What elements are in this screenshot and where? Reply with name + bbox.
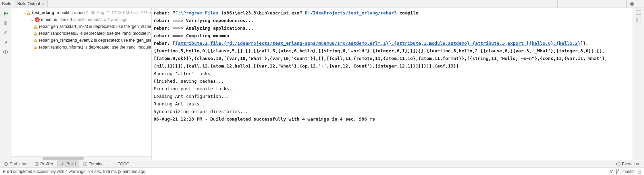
- left-toolbar: +: [0, 8, 11, 160]
- build-console[interactable]: rebar: "C:\Program Files (x86)\erl23.3\b…: [152, 8, 633, 160]
- layout-split-icon[interactable]: [636, 18, 641, 22]
- file-name: muumuu_fsm.erl: [41, 17, 72, 22]
- svg-point-1: [5, 51, 6, 53]
- svg-rect-6: [636, 18, 638, 22]
- file-warning-count: 4 warnings: [107, 17, 127, 22]
- warning-icon: [33, 31, 38, 36]
- rerun-icon[interactable]: [3, 11, 8, 16]
- close-icon[interactable]: ×: [42, 2, 44, 6]
- horizontal-scrollbar[interactable]: [11, 156, 151, 160]
- svg-text:!: !: [5, 163, 6, 166]
- tree-warning[interactable]: rebar: random:uniform/1 is deprecated; u…: [11, 44, 151, 51]
- stop-icon[interactable]: [3, 20, 8, 26]
- svg-text:+: +: [7, 50, 8, 52]
- file-path: apps\muumuu\src: [73, 17, 106, 22]
- eye-icon[interactable]: +: [3, 49, 8, 55]
- console-line: rebar: ===> Compiling muumuu: [154, 32, 631, 40]
- warning-text: rebar: gen_fsm:send_event/2 is deprecate…: [39, 38, 152, 43]
- build-header: Build: Build Output × —: [0, 0, 644, 8]
- bottom-toolbar: ! Problems Profiler Build Terminal TODO …: [0, 160, 644, 167]
- tab-terminal[interactable]: Terminal: [79, 160, 108, 167]
- warning-icon: [33, 38, 38, 43]
- svg-rect-0: [4, 21, 7, 25]
- console-line: Loading Ant configuration...: [154, 93, 631, 100]
- profiler-icon: [34, 162, 39, 166]
- ast-link[interactable]: {attribute,1,file,{"d:/IdeaProjects/test…: [175, 41, 580, 46]
- todo-icon: [111, 162, 116, 166]
- build-tree: ⌄ test_erlang: rebuild finished At 06-Au…: [11, 8, 152, 160]
- svg-rect-10: [83, 162, 87, 166]
- chevron-down-icon[interactable]: ⌄: [24, 11, 27, 15]
- console-line: Running 'after' tasks: [154, 70, 631, 78]
- status-message: Build completed successfully with 4 warn…: [3, 169, 147, 174]
- layout-icon[interactable]: [636, 10, 641, 15]
- wrench-icon[interactable]: [3, 30, 8, 35]
- chevron-down-icon[interactable]: ⌄: [31, 18, 35, 22]
- tab-profiler[interactable]: Profiler: [31, 160, 57, 167]
- warning-icon: [33, 24, 38, 29]
- warning-icon: [27, 10, 31, 15]
- tree-warning[interactable]: rebar: random:seed/3 is deprecated; use …: [11, 30, 151, 37]
- status-bar: Build completed successfully with 4 warn…: [0, 167, 644, 175]
- warning-text: rebar: gen_fsm:start_link/3 is deprecate…: [39, 24, 152, 29]
- tab-label: Build Output: [17, 1, 40, 6]
- tab-build-output[interactable]: Build Output ×: [14, 0, 47, 7]
- path-link[interactable]: C:\Program Files: [175, 10, 218, 16]
- branch-icon[interactable]: [615, 169, 619, 174]
- svg-point-12: [616, 169, 617, 171]
- build-status: rebuild finished: [57, 10, 85, 15]
- tab-event-log[interactable]: Event Log: [612, 162, 644, 166]
- pin-icon[interactable]: [3, 40, 8, 45]
- erlang-file-icon: e: [35, 17, 40, 22]
- svg-rect-4: [636, 10, 641, 11]
- svg-rect-11: [617, 163, 620, 165]
- tab-problems[interactable]: ! Problems: [0, 160, 31, 167]
- header-spacer: [48, 0, 558, 8]
- tree-root[interactable]: ⌄ test_erlang: rebuild finished At 06-Au…: [11, 9, 151, 16]
- warning-icon: [33, 45, 38, 50]
- minimize-icon[interactable]: —: [638, 1, 642, 6]
- tab-build[interactable]: Build: [57, 160, 79, 167]
- build-duration: 4 sec, 986 ms: [130, 11, 152, 15]
- terminal-icon: [82, 162, 87, 166]
- problems-icon: !: [3, 162, 8, 166]
- tab-todo[interactable]: TODO: [108, 160, 133, 167]
- tree-warning[interactable]: rebar: gen_fsm:send_event/2 is deprecate…: [11, 37, 151, 44]
- build-timestamp: At 06-Aug-21 12:18 PM: [86, 10, 129, 15]
- warning-text: rebar: random:seed/3 is deprecated; use …: [39, 31, 152, 36]
- path-link[interactable]: D:/IdeaProjects/test_erlang/rebar3: [305, 10, 397, 16]
- lock-icon[interactable]: [638, 169, 641, 174]
- build-label: Build:: [2, 1, 14, 6]
- console-line: Finished, saving caches...: [154, 78, 631, 85]
- console-line: 06-Aug-21 12:18 PM - Build completed suc…: [154, 115, 631, 123]
- right-toolbar: [633, 8, 644, 160]
- tree-file[interactable]: ⌄ e muumuu_fsm.erl apps\muumuu\src 4 war…: [11, 16, 151, 23]
- console-line: Synchronizing output directories...: [154, 108, 631, 115]
- console-line: Running Ant tasks...: [154, 100, 631, 108]
- console-line: Executing post-compile tasks...: [154, 85, 631, 93]
- branch-name[interactable]: master: [622, 169, 635, 174]
- gear-icon[interactable]: [629, 1, 634, 7]
- event-log-icon: [616, 162, 621, 166]
- project-name: test_erlang:: [32, 10, 56, 15]
- warning-text: rebar: random:uniform/1 is deprecated; u…: [39, 45, 152, 50]
- svg-point-14: [616, 172, 617, 173]
- svg-rect-15: [638, 171, 641, 173]
- svg-point-13: [618, 169, 619, 171]
- console-line: rebar: ===> Verifying dependencies...: [154, 17, 631, 24]
- tree-warning[interactable]: rebar: gen_fsm:start_link/3 is deprecate…: [11, 23, 151, 30]
- hammer-icon: [60, 162, 65, 166]
- console-line: rebar: ===> Analyzing applications...: [154, 24, 631, 32]
- vcs-icon[interactable]: V: [610, 169, 613, 174]
